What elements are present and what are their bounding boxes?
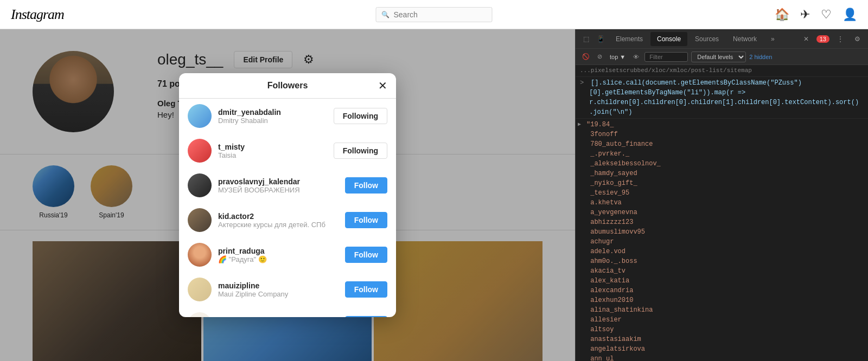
tab-network[interactable]: Network — [726, 32, 763, 46]
following-button-1[interactable]: Following — [334, 108, 387, 124]
follower-avatar-5 — [188, 243, 212, 267]
tab-console[interactable]: Console — [650, 32, 687, 46]
follower-avatar-4 — [188, 208, 212, 232]
followers-modal: Followers ✕ dmitr_yenabdalin Dmitry Shab… — [179, 73, 396, 317]
home-icon[interactable]: 🏠 — [775, 8, 789, 22]
search-input[interactable] — [376, 7, 493, 22]
follow-button-7[interactable]: Follow — [345, 316, 387, 317]
console-output-area: ...pixelsetscrubbed/xloc/xmloc/post-list… — [576, 65, 868, 361]
follower-username-4[interactable]: kid.actor2 — [218, 212, 339, 221]
follower-avatar-1 — [188, 104, 212, 128]
following-button-2[interactable]: Following — [334, 143, 387, 159]
follower-username-5[interactable]: print_raduga — [218, 247, 339, 255]
follower-avatar-3 — [188, 173, 212, 197]
top-navigation: Instagram 🔍 🏠 ✈ ♡ 👤 — [0, 0, 868, 29]
follower-avatar-7: Bak — [188, 312, 212, 317]
follower-name-1: Dmitry Shabalin — [218, 117, 327, 125]
heart-icon[interactable]: ♡ — [821, 8, 832, 22]
search-container: 🔍 — [376, 7, 493, 22]
follow-button-6[interactable]: Follow — [345, 281, 387, 298]
nav-icons-group: 🏠 ✈ ♡ 👤 — [775, 8, 857, 22]
follower-item-4: kid.actor2 Актерские курсы для детей. СП… — [179, 203, 396, 237]
follower-item-5: print_raduga 🌈 "Радуга" 🙂 Follow — [179, 237, 396, 272]
top-context[interactable]: top ▼ — [608, 53, 628, 61]
instagram-logo: Instagram — [11, 7, 64, 23]
follow-button-4[interactable]: Follow — [345, 212, 387, 228]
follower-item-3: pravoslavnyj_kalendar МУЗЕЙ ВООБРАЖЕНИЯ … — [179, 168, 396, 203]
clear-console-icon[interactable]: 🚫 — [580, 52, 592, 61]
follower-info-3: pravoslavnyj_kalendar МУЗЕЙ ВООБРАЖЕНИЯ — [218, 177, 339, 194]
follower-item-2: t_misty Taisia Following — [179, 133, 396, 168]
follower-item-1: dmitr_yenabdalin Dmitry Shabalin Followi… — [179, 99, 396, 133]
close-devtools-icon[interactable]: ✕ — [800, 33, 812, 45]
log-level-select[interactable]: Default levels — [691, 51, 746, 62]
settings-devtools-icon[interactable]: ⚙ — [851, 33, 864, 45]
follower-name-4: Актерские курсы для детей. СПб — [218, 221, 339, 229]
follower-name-6: Maui Zipline Company — [218, 290, 339, 298]
tab-more[interactable]: » — [764, 32, 781, 46]
console-filter-input[interactable] — [644, 52, 688, 62]
follower-username-6[interactable]: mauizipline — [218, 281, 339, 290]
devtools-right-icons: ✕ 13 ⋮ ⚙ — [800, 33, 864, 45]
follower-name-5: 🌈 "Радуга" 🙂 — [218, 255, 339, 263]
follow-button-5[interactable]: Follow — [345, 247, 387, 263]
expand-icon[interactable]: ▶ — [578, 120, 581, 128]
main-content: oleg_ts__ Edit Profile ⚙ 71 posts 193 fo… — [0, 29, 868, 361]
tab-sources[interactable]: Sources — [688, 32, 725, 46]
search-icon: 🔍 — [381, 11, 390, 18]
follower-info-6: mauizipline Maui Zipline Company — [218, 281, 339, 298]
follower-name-2: Taisia — [218, 151, 327, 159]
follower-info-4: kid.actor2 Актерские курсы для детей. СП… — [218, 212, 339, 229]
devtools-device-icon[interactable]: 📱 — [593, 33, 608, 45]
console-url-line: ...pixelsetscrubbed/xloc/xmloc/post-list… — [576, 65, 868, 77]
follower-info-7: bahbelgrade Belgrade Art Hotel**** — [218, 316, 339, 318]
tab-elements[interactable]: Elements — [609, 32, 649, 46]
follower-info-1: dmitr_yenabdalin Dmitry Shabalin — [218, 108, 327, 125]
devtools-toolbar: 🚫 ⊘ top ▼ 👁 Default levels 2 hidden — [576, 49, 868, 65]
follower-username-2[interactable]: t_misty — [218, 143, 327, 151]
compass-icon[interactable]: ✈ — [800, 8, 810, 22]
instagram-profile-area: oleg_ts__ Edit Profile ⚙ 71 posts 193 fo… — [0, 29, 575, 361]
devtools-tabs-bar: ⬚ 📱 Elements Console Sources Network » ✕… — [576, 29, 868, 49]
console-input-line[interactable]: [].slice.call(document.getElementsByClas… — [576, 77, 868, 119]
follower-item-7: Bak bahbelgrade Belgrade Art Hotel**** F… — [179, 307, 396, 317]
follower-username-3[interactable]: pravoslavnyj_kalendar — [218, 177, 339, 186]
follow-button-3[interactable]: Follow — [345, 177, 387, 194]
more-options-icon[interactable]: ⋮ — [834, 33, 847, 45]
pause-log-icon[interactable]: ⊘ — [595, 52, 604, 61]
follower-info-5: print_raduga 🌈 "Радуга" 🙂 — [218, 247, 339, 263]
follower-info-2: t_misty Taisia — [218, 143, 327, 159]
followers-list: dmitr_yenabdalin Dmitry Shabalin Followi… — [179, 99, 396, 317]
follower-username-7[interactable]: bahbelgrade — [218, 316, 339, 318]
follower-avatar-6 — [188, 278, 212, 301]
follower-item-6: mauizipline Maui Zipline Company Follow — [179, 272, 396, 307]
profile-icon[interactable]: 👤 — [843, 8, 857, 22]
modal-overlay[interactable]: Followers ✕ dmitr_yenabdalin Dmitry Shab… — [0, 29, 575, 361]
eye-icon[interactable]: 👁 — [631, 53, 641, 61]
devtools-panel: ⬚ 📱 Elements Console Sources Network » ✕… — [575, 29, 868, 361]
devtools-inspect-icon[interactable]: ⬚ — [580, 33, 592, 45]
follower-name-3: МУЗЕЙ ВООБРАЖЕНИЯ — [218, 186, 339, 194]
console-result-line: ▶ "19.84_ 3fonoff 780_auto_finance _.pvr… — [576, 119, 868, 362]
modal-close-button[interactable]: ✕ — [378, 80, 387, 91]
follower-username-1[interactable]: dmitr_yenabdalin — [218, 108, 327, 117]
modal-header: Followers ✕ — [179, 73, 396, 99]
follower-avatar-2 — [188, 139, 212, 163]
modal-title: Followers — [267, 81, 308, 91]
hidden-count-badge[interactable]: 2 hidden — [749, 54, 772, 60]
error-badge: 13 — [816, 35, 829, 43]
